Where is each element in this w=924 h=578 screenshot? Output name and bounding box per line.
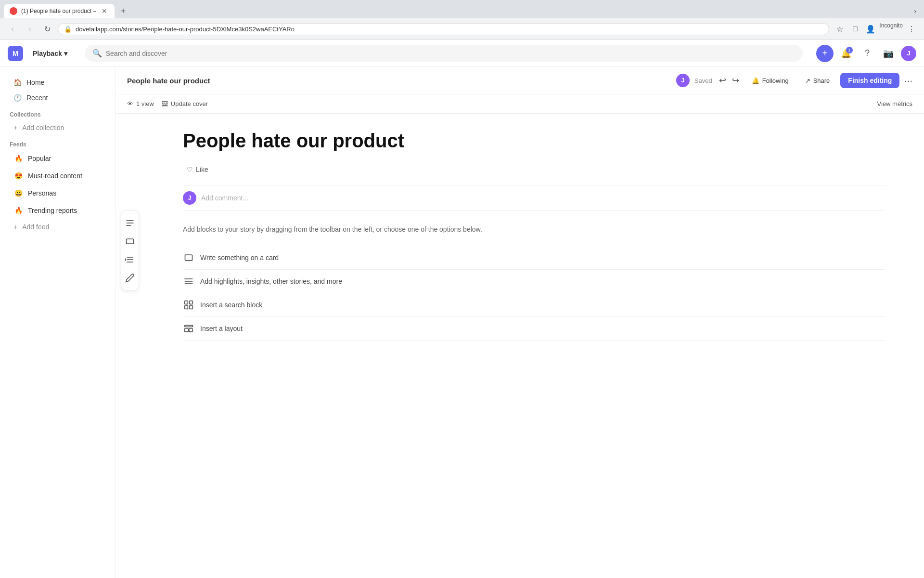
highlights-option-icon xyxy=(183,276,194,287)
search-option-icon xyxy=(183,299,194,311)
svg-rect-3 xyxy=(127,239,134,244)
update-cover-button[interactable]: 🖼 Update cover xyxy=(162,100,208,107)
lock-icon: 🔒 xyxy=(64,26,72,33)
popular-icon: 🔥 xyxy=(13,154,23,163)
content-area: People hate our product J Saved ↩ ↪ 🔔 Fo… xyxy=(116,67,924,578)
active-tab[interactable]: (1) People hate our product – ✕ xyxy=(4,4,115,18)
trending-label: Trending reports xyxy=(28,207,77,214)
add-button[interactable]: + xyxy=(816,45,834,62)
add-collection-icon: + xyxy=(13,124,17,131)
popular-label: Popular xyxy=(28,155,51,162)
svg-rect-13 xyxy=(185,301,188,304)
search-option-label: Insert a search block xyxy=(200,301,262,309)
block-option-highlights[interactable]: Add highlights, insights, other stories,… xyxy=(183,270,886,293)
capture-button[interactable]: 📷 xyxy=(880,45,897,62)
add-collection-button[interactable]: + Add collection xyxy=(4,120,111,135)
main-content: 🏠 Home 🕐 Recent Collections + Add collec… xyxy=(0,67,924,578)
saved-status: Saved xyxy=(694,77,712,84)
collections-section-label: Collections xyxy=(0,105,115,120)
svg-rect-14 xyxy=(190,301,193,304)
doc-meta: 👁 1 view 🖼 Update cover View metrics xyxy=(116,94,924,114)
share-icon: ↗ xyxy=(805,77,810,84)
back-button[interactable]: ‹ xyxy=(6,22,19,36)
left-toolbar-column xyxy=(116,114,144,578)
like-section: ♡ Like xyxy=(183,164,886,175)
add-feed-icon: + xyxy=(13,223,17,231)
views-label: 1 view xyxy=(136,100,154,107)
url-bar[interactable]: 🔒 dovetailapp.com/stories/People-hate-ou… xyxy=(58,23,829,35)
share-button[interactable]: ↗ Share xyxy=(799,74,836,87)
like-button[interactable]: ♡ Like xyxy=(183,164,212,175)
add-feed-label: Add feed xyxy=(22,223,49,231)
sidebar-item-recent[interactable]: 🕐 Recent xyxy=(4,90,111,105)
blocks-hint: Add blocks to your story by dragging fro… xyxy=(183,224,886,235)
view-count[interactable]: 👁 1 view xyxy=(127,100,154,107)
extension-button[interactable]: □ xyxy=(848,22,862,36)
notification-badge: 1 xyxy=(846,47,853,53)
global-search-bar[interactable]: 🔍 xyxy=(85,45,803,62)
left-toolbar xyxy=(121,210,139,291)
home-icon: 🏠 xyxy=(13,79,22,86)
tab-title: (1) People hate our product – xyxy=(21,8,96,14)
svg-rect-15 xyxy=(185,306,188,309)
tab-close-button[interactable]: ✕ xyxy=(100,7,109,15)
svg-rect-8 xyxy=(185,255,192,261)
tab-favicon xyxy=(10,7,17,15)
address-actions: ☆ □ 👤 Incognito ⋮ xyxy=(833,22,918,36)
svg-rect-19 xyxy=(189,328,193,332)
block-option-layout[interactable]: Insert a layout xyxy=(183,317,886,341)
text-tool-button[interactable] xyxy=(121,214,139,232)
image-icon: 🖼 xyxy=(162,100,168,107)
menu-button[interactable]: ⋮ xyxy=(905,22,918,36)
help-button[interactable]: ? xyxy=(859,45,876,62)
following-button[interactable]: 🔔 Following xyxy=(746,74,795,87)
forward-button[interactable]: › xyxy=(23,22,37,36)
bookmark-button[interactable]: ☆ xyxy=(833,22,847,36)
doc-main-title: People hate our product xyxy=(183,129,886,152)
heart-icon: ♡ xyxy=(187,166,193,173)
add-feed-button[interactable]: + Add feed xyxy=(4,219,111,235)
new-tab-button[interactable]: + xyxy=(116,4,130,18)
layout-option-label: Insert a layout xyxy=(200,325,243,332)
redo-button[interactable]: ↪ xyxy=(730,73,741,88)
search-input[interactable] xyxy=(106,50,795,57)
svg-rect-17 xyxy=(185,325,193,327)
playback-menu-button[interactable]: Playback ▾ xyxy=(29,48,71,59)
sidebar-item-must-read[interactable]: 😍 Must-read content xyxy=(4,167,111,184)
tab-bar: (1) People hate our product – ✕ + › xyxy=(0,0,924,18)
block-option-search[interactable]: Insert a search block xyxy=(183,293,886,317)
undo-redo-group: ↩ ↪ xyxy=(717,73,741,88)
block-option-card[interactable]: Write something on a card xyxy=(183,246,886,270)
undo-button[interactable]: ↩ xyxy=(717,73,728,88)
tab-more-button[interactable]: › xyxy=(910,5,920,17)
card-tool-button[interactable] xyxy=(121,233,139,250)
insert-tool-button[interactable] xyxy=(121,251,139,268)
trending-icon: 🔥 xyxy=(13,206,23,215)
sidebar-item-home[interactable]: 🏠 Home xyxy=(4,75,111,90)
pencil-tool-button[interactable] xyxy=(121,269,139,287)
sidebar-item-personas[interactable]: 😀 Personas xyxy=(4,184,111,202)
view-metrics-button[interactable]: View metrics xyxy=(877,100,912,107)
workspace-button[interactable]: M xyxy=(8,46,23,61)
finish-editing-button[interactable]: Finish editing xyxy=(840,73,899,88)
profile-button[interactable]: 👤 xyxy=(864,22,877,36)
playback-label: Playback xyxy=(33,50,62,57)
doc-wrapper: People hate our product ♡ Like J Add com… xyxy=(116,114,924,578)
more-options-button[interactable]: ··· xyxy=(904,75,912,86)
address-bar: ‹ › ↻ 🔒 dovetailapp.com/stories/People-h… xyxy=(0,18,924,39)
incognito-label: Incognito xyxy=(879,22,903,36)
eye-icon: 👁 xyxy=(127,100,133,107)
browser-chrome: (1) People hate our product – ✕ + › ‹ › … xyxy=(0,0,924,40)
user-avatar[interactable]: J xyxy=(901,46,916,61)
comment-input[interactable]: Add comment... xyxy=(201,194,886,202)
home-label: Home xyxy=(26,79,44,86)
reload-button[interactable]: ↻ xyxy=(40,22,54,36)
sidebar-item-trending[interactable]: 🔥 Trending reports xyxy=(4,202,111,219)
bell-icon: 🔔 xyxy=(752,77,759,84)
card-option-label: Write something on a card xyxy=(200,254,279,262)
sidebar-item-popular[interactable]: 🔥 Popular xyxy=(4,150,111,167)
top-nav: M Playback ▾ 🔍 + 🔔 1 ? 📷 J xyxy=(0,40,924,67)
must-read-label: Must-read content xyxy=(28,172,82,180)
sidebar: 🏠 Home 🕐 Recent Collections + Add collec… xyxy=(0,67,116,578)
notifications-icon-button[interactable]: 🔔 1 xyxy=(837,45,855,62)
